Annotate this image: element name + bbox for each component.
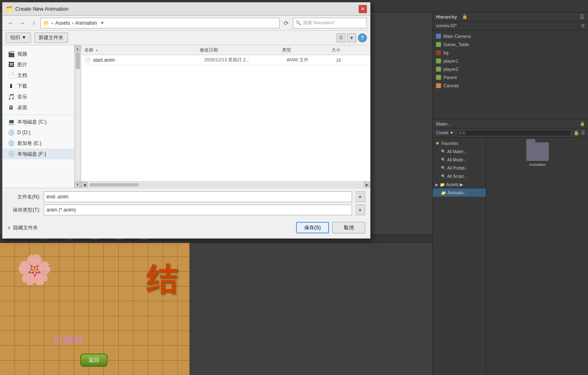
col-date-label: 修改日期	[200, 47, 218, 53]
sidebar-music-label: 音乐	[17, 93, 27, 100]
nav-path-sep1: «	[51, 21, 54, 26]
organize-button[interactable]: 组织 ▼	[6, 33, 31, 43]
filename-input[interactable]	[44, 191, 352, 202]
project-tree-all-models[interactable]: 🔍 All Mode...	[433, 156, 486, 164]
hierarchy-menu-icon[interactable]: ☰	[579, 14, 585, 20]
col-header-date[interactable]: 修改日期	[200, 47, 282, 53]
nav-search-bar: 🔍 搜索"Animation"	[293, 18, 367, 28]
search-icon-mater: 🔍	[441, 149, 446, 154]
project-tree-all-prefabs[interactable]: 🔍 All Prefab...	[433, 164, 486, 172]
project-toolbar: Create ▼ 🔒 ☰	[433, 128, 588, 137]
nav-dropdown-arrow[interactable]: ▼	[100, 21, 105, 25]
col-name-sort: ▲	[95, 48, 98, 52]
filetype-dropdown[interactable]: ▼	[355, 205, 365, 215]
unity-right-panels: Hierarchy 🔒 ☰ scenes-02* ☰ Main Camera G…	[432, 12, 588, 375]
dialog-titlebar: 🗂️ Create New Animation ✕	[2, 2, 370, 16]
all-prefabs-label: All Prefab...	[447, 166, 469, 170]
search-icon-script: 🔍	[441, 174, 446, 178]
sidebar-item-desktop[interactable]: 🖥 桌面	[2, 102, 74, 113]
col-header-type[interactable]: 类型	[282, 47, 331, 53]
sidebar-scrollbar: ▲ ▼	[75, 45, 81, 188]
hierarchy-item-parent[interactable]: Parent	[433, 73, 588, 82]
sidebar-images-label: 图片	[17, 61, 27, 68]
hierarchy-bg-label: bg	[443, 50, 448, 55]
project-tree-assets[interactable]: ▶ 📁 Assets ▶	[433, 180, 486, 189]
hscroll-left-arrow[interactable]: ◀	[81, 182, 88, 188]
file-row-start-anim[interactable]: 📄 start.anim 2020/12/13 星期日 2... ANIM 文件…	[81, 55, 370, 65]
hierarchy-item-player1[interactable]: player1	[433, 57, 588, 65]
project-tree-all-materials[interactable]: 🔍 All Mater...	[433, 147, 486, 156]
help-button[interactable]: ?	[358, 33, 367, 42]
filename-dropdown[interactable]: ▼	[355, 191, 365, 202]
nav-back-button[interactable]: ←	[6, 18, 16, 28]
animation-folder-label: Animatio...	[448, 191, 467, 195]
project-tree: ★ Favorites 🔍 All Mater... 🔍 All Mode...…	[433, 137, 486, 375]
sidebar-item-music[interactable]: 🎵 音乐	[2, 91, 74, 102]
sidebar-drive-d-label: D (D:)	[17, 130, 30, 135]
game-view: 🌸 结 白棋胜 返回	[0, 243, 432, 375]
col-name-label: 名称	[84, 47, 93, 53]
hierarchy-item-bg[interactable]: bg	[433, 49, 588, 57]
nav-forward-button[interactable]: →	[17, 18, 27, 28]
canvas-icon	[436, 83, 441, 88]
nav-up-button[interactable]: ↑	[29, 18, 39, 28]
hidden-folder-toggle[interactable]: ∧	[7, 225, 11, 231]
project-search-input[interactable]	[456, 130, 571, 136]
scroll-up-arrow[interactable]: ▲	[75, 45, 81, 52]
hierarchy-game-table-label: Game_Table	[443, 42, 469, 47]
animation-folder-icon	[526, 142, 549, 161]
scroll-down-arrow[interactable]: ▼	[75, 181, 81, 188]
hscroll-right-arrow[interactable]: ▶	[364, 182, 370, 188]
project-lock-icon[interactable]: 🔒	[574, 130, 579, 135]
hierarchy-list: Main Camera Game_Table bg player1 player…	[433, 30, 588, 91]
inspector-lock[interactable]: 🔒	[580, 121, 585, 126]
col-header-size[interactable]: 大小	[331, 47, 356, 53]
dialog-close-button[interactable]: ✕	[359, 5, 367, 13]
new-folder-button[interactable]: 新建文件夹	[34, 33, 68, 43]
animation-folder-item[interactable]: Animation	[526, 142, 549, 167]
sidebar-item-video[interactable]: 🎬 视频	[2, 49, 74, 59]
col-header-name[interactable]: 名称 ▲	[84, 47, 200, 53]
hierarchy-item-main-camera[interactable]: Main Camera	[433, 32, 588, 40]
sidebar-item-drive-e[interactable]: 💿 新加卷 (E:)	[2, 138, 74, 149]
player2-icon	[436, 67, 441, 72]
project-create-button[interactable]: Create ▼	[436, 130, 454, 135]
sidebar-item-drive-f[interactable]: 💿 本地磁盘 (F:)	[2, 149, 74, 159]
footer-bottom-row: ∧ 隐藏文件夹 保存(S) 取消	[7, 218, 365, 235]
project-menu-icon[interactable]: ☰	[581, 130, 585, 135]
sidebar-item-downloads[interactable]: ⬇ 下载	[2, 81, 74, 91]
view-toggle-button[interactable]: ☰	[336, 33, 345, 42]
nav-refresh-button[interactable]: ⟳	[281, 18, 291, 28]
project-tree-all-scripts[interactable]: 🔍 All Script...	[433, 172, 486, 180]
parent-icon	[436, 75, 441, 80]
hierarchy-scene-menu[interactable]: ☰	[581, 23, 585, 28]
hierarchy-item-player2[interactable]: player2	[433, 65, 588, 73]
hierarchy-lock-icon: 🔒	[462, 14, 468, 19]
hierarchy-item-game-table[interactable]: Game_Table	[433, 40, 588, 49]
save-button[interactable]: 保存(S)	[296, 222, 329, 233]
all-scripts-label: All Script...	[447, 174, 467, 179]
sidebar-item-images[interactable]: 🖼 图片	[2, 59, 74, 70]
search-icon-prefab: 🔍	[441, 166, 446, 170]
dialog-body: 🎬 视频 🖼 图片 📄 文档 ⬇ 下载 🎵 音乐 🖥 桌面	[2, 45, 370, 188]
camera-icon	[436, 34, 441, 39]
file-date-start: 2020/12/13 星期日 2...	[204, 57, 287, 63]
dialog-navbar: ← → ↑ 📁 « Assets › Animation ▼ ⟳ 🔍 搜索"An…	[2, 16, 370, 30]
col-size-label: 大小	[331, 47, 341, 53]
sidebar-item-drive-d[interactable]: 💿 D (D:)	[2, 127, 74, 138]
nav-search-icon: 🔍	[296, 20, 301, 26]
plum-blossom-decoration: 🌸	[16, 255, 52, 284]
project-tree-animation[interactable]: 📁 Animatio...	[433, 189, 486, 197]
cancel-button[interactable]: 取消	[332, 222, 365, 233]
filename-label: 文件名(N):	[7, 193, 40, 200]
favorites-star-icon: ★	[435, 140, 440, 146]
project-tree-favorites[interactable]: ★ Favorites	[433, 139, 486, 147]
downloads-icon: ⬇	[7, 83, 15, 89]
back-button[interactable]: 返回	[80, 354, 107, 367]
favorites-label: Favorites	[441, 141, 458, 146]
hierarchy-item-canvas[interactable]: Canvas	[433, 82, 588, 90]
sidebar-item-drive-c[interactable]: 💻 本地磁盘 (C:)	[2, 116, 74, 127]
sidebar-item-documents[interactable]: 📄 文档	[2, 70, 74, 81]
nav-path-chevron: ›	[72, 20, 73, 26]
view-dropdown-button[interactable]: ▼	[347, 33, 356, 42]
